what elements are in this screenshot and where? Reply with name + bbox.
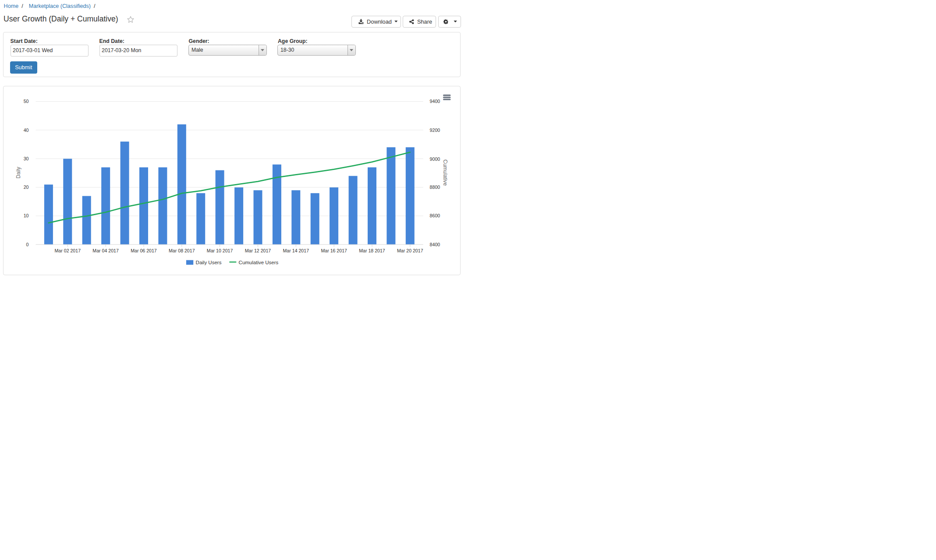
svg-text:9400: 9400 <box>430 99 440 104</box>
svg-text:Mar 14 2017: Mar 14 2017 <box>283 248 309 253</box>
svg-text:50: 50 <box>24 99 29 104</box>
svg-text:20: 20 <box>24 184 29 190</box>
svg-text:Mar 10 2017: Mar 10 2017 <box>207 248 233 253</box>
svg-text:8400: 8400 <box>430 242 440 247</box>
svg-text:40: 40 <box>24 128 29 133</box>
svg-text:Mar 02 2017: Mar 02 2017 <box>55 248 81 253</box>
svg-text:Mar 12 2017: Mar 12 2017 <box>245 248 271 253</box>
svg-text:Mar 16 2017: Mar 16 2017 <box>321 248 347 253</box>
svg-text:Daily Users: Daily Users <box>196 260 222 265</box>
svg-text:Mar 20 2017: Mar 20 2017 <box>397 248 423 253</box>
svg-text:Daily: Daily <box>15 167 21 179</box>
svg-text:9200: 9200 <box>430 128 440 133</box>
svg-text:Cumulative: Cumulative <box>442 159 448 186</box>
svg-text:10: 10 <box>24 213 29 218</box>
svg-text:Mar 06 2017: Mar 06 2017 <box>131 248 157 253</box>
svg-text:Cumulative Users: Cumulative Users <box>239 260 279 265</box>
svg-text:Mar 04 2017: Mar 04 2017 <box>92 248 119 253</box>
svg-text:0: 0 <box>26 242 29 247</box>
svg-text:30: 30 <box>24 156 29 161</box>
svg-text:8600: 8600 <box>430 213 440 218</box>
svg-text:9000: 9000 <box>430 156 440 162</box>
svg-text:Mar 08 2017: Mar 08 2017 <box>169 248 195 253</box>
svg-text:8800: 8800 <box>430 184 440 190</box>
svg-text:Mar 18 2017: Mar 18 2017 <box>359 248 385 253</box>
